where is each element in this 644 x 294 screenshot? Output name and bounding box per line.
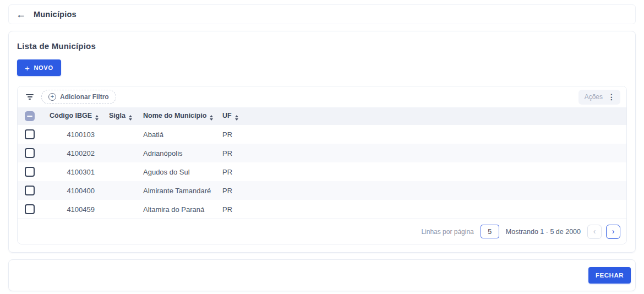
cell-nome: Almirante Tamandaré — [138, 181, 217, 200]
header-checkbox-cell — [18, 107, 42, 125]
cell-sigla — [103, 144, 138, 162]
cell-uf: PR — [217, 181, 626, 200]
cell-codigo: 4100301 — [42, 162, 103, 181]
cell-uf: PR — [217, 162, 626, 181]
cell-codigo: 4100459 — [42, 200, 103, 219]
sort-icon — [235, 115, 238, 121]
novo-button-label: NOVO — [34, 64, 53, 71]
cell-nome: Agudos do Sul — [138, 162, 217, 181]
back-arrow-icon[interactable]: ← — [16, 9, 26, 19]
kebab-menu-icon: ⋮ — [608, 93, 615, 101]
showing-range-label: Mostrando 1 - 5 de 2000 — [506, 228, 581, 236]
sort-icon — [95, 115, 99, 121]
rows-per-page-label: Linhas por página — [421, 228, 473, 236]
sort-icon — [210, 115, 213, 121]
table-row: 4100103 Abatiá PR — [18, 125, 626, 144]
municipios-table: Código IBGE Sigla Nome do Município UF — [18, 107, 626, 219]
cell-sigla — [103, 200, 138, 219]
cell-uf: PR — [217, 144, 626, 162]
row-checkbox[interactable] — [25, 129, 35, 139]
page-title: Municípios — [34, 10, 77, 19]
actions-label: Ações — [585, 93, 603, 101]
column-header-nome-municipio[interactable]: Nome do Município — [138, 107, 217, 125]
column-header-codigo-ibge[interactable]: Código IBGE — [42, 107, 103, 125]
row-checkbox[interactable] — [25, 148, 35, 158]
cell-codigo: 4100400 — [42, 181, 103, 200]
footer-bar: FECHAR — [8, 259, 636, 291]
cell-sigla — [103, 162, 138, 181]
cell-sigla — [103, 125, 138, 144]
row-checkbox[interactable] — [25, 186, 35, 195]
cell-uf: PR — [217, 200, 626, 219]
cell-nome: Adrianópolis — [138, 144, 217, 162]
circle-plus-icon: + — [48, 93, 56, 101]
table-row: 4100202 Adrianópolis PR — [18, 144, 626, 162]
fechar-button-label: FECHAR — [596, 272, 624, 279]
column-header-sigla[interactable]: Sigla — [103, 107, 138, 125]
cell-nome: Abatiá — [138, 125, 217, 144]
add-filter-chip[interactable]: + Adicionar Filtro — [41, 90, 116, 104]
fechar-button[interactable]: FECHAR — [588, 267, 631, 284]
next-page-button[interactable]: › — [606, 225, 620, 239]
table-row: 4100301 Agudos do Sul PR — [18, 162, 626, 181]
add-filter-label: Adicionar Filtro — [60, 93, 109, 101]
cell-nome: Altamira do Paraná — [138, 200, 217, 219]
row-checkbox[interactable] — [25, 167, 35, 177]
table-header-row: Código IBGE Sigla Nome do Município UF — [18, 107, 626, 125]
select-all-checkbox[interactable] — [25, 111, 35, 121]
filter-list-icon[interactable] — [25, 93, 35, 101]
actions-button[interactable]: Ações ⋮ — [578, 90, 620, 105]
prev-page-button[interactable]: ‹ — [587, 225, 602, 239]
cell-sigla — [103, 181, 138, 200]
novo-button[interactable]: + NOVO — [17, 59, 61, 76]
rows-per-page-input[interactable] — [481, 225, 499, 238]
cell-uf: PR — [217, 125, 626, 144]
sort-icon — [129, 115, 132, 121]
table-row: 4100400 Almirante Tamandaré PR — [18, 181, 626, 200]
cell-codigo: 4100202 — [42, 144, 103, 162]
topbar: ← Municípios — [8, 4, 636, 24]
cell-codigo: 4100103 — [42, 125, 103, 144]
municipios-card: Lista de Municípios + NOVO + Adicionar F… — [8, 31, 636, 253]
table-row: 4100459 Altamira do Paraná PR — [18, 200, 626, 219]
filter-bar: + Adicionar Filtro Ações ⋮ — [18, 86, 626, 107]
row-checkbox[interactable] — [25, 204, 35, 214]
card-title: Lista de Municípios — [17, 41, 627, 51]
pagination-bar: Linhas por página Mostrando 1 - 5 de 200… — [18, 219, 626, 244]
plus-icon: + — [25, 64, 30, 72]
table-container: + Adicionar Filtro Ações ⋮ Códi — [17, 86, 627, 244]
column-header-uf[interactable]: UF — [217, 107, 626, 125]
